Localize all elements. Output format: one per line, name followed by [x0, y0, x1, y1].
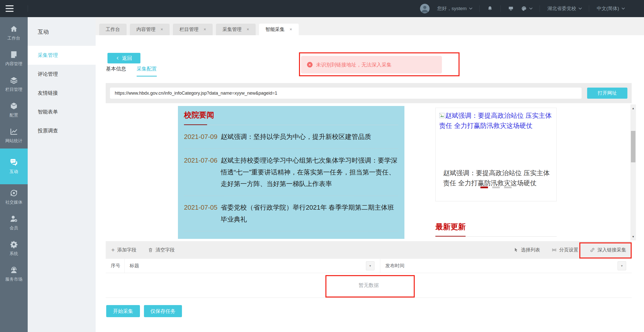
sidebar-item-workbench[interactable]: 工作台: [0, 20, 28, 46]
submenu-item-polls[interactable]: 投票调查: [28, 121, 96, 140]
chevron-down-icon: [469, 6, 472, 10]
carousel-card: 赵斌强调：要提高政治站位 压实主体责任 全力打赢防汛救灾这场硬仗 赵斌强调：要提…: [435, 108, 557, 201]
tab-label: 栏目管理: [179, 26, 199, 33]
error-message: 未识别到链接地址，无法深入采集: [316, 61, 392, 68]
sidebar-item-social-media[interactable]: 社交媒体: [0, 184, 28, 210]
column-label: 标题: [130, 263, 139, 269]
menu-icon[interactable]: [6, 5, 14, 12]
preview-scrollbar[interactable]: ▲ ▼: [630, 104, 636, 240]
submenu-item-smart-forms[interactable]: 智能表单: [28, 102, 96, 121]
site-name: 湖北省委党校: [547, 5, 576, 12]
sidebar-item-interaction[interactable]: 互动: [0, 149, 28, 184]
tab-collection-management[interactable]: 采集管理 ×: [216, 24, 256, 35]
deep-link-collect-label: 深入链接采集: [597, 247, 626, 253]
sidebar-item-content[interactable]: 内容管理: [0, 46, 28, 71]
language-switcher[interactable]: 中文(简体): [597, 5, 624, 12]
table-bottom-border: [106, 298, 632, 298]
submenu-item-collection[interactable]: 采集管理: [28, 46, 96, 65]
tab-label: 采集管理: [222, 26, 242, 33]
cube-icon: [10, 102, 18, 110]
topbar-divider: [479, 5, 480, 12]
pagination-icon: [552, 247, 557, 252]
back-button[interactable]: 返回: [107, 53, 140, 63]
news-title: 赵斌强调：坚持以学员为中心，提升新校区建管品质: [221, 131, 398, 143]
bell-icon[interactable]: [487, 6, 493, 11]
add-field-button[interactable]: + 添加字段: [111, 247, 136, 253]
carousel-dot[interactable]: [480, 187, 488, 188]
sidebar: 工作台 内容管理 栏目管理 配置 网站统计 互动 社交媒体 会员: [0, 17, 28, 332]
tab-smart-collection[interactable]: 智能采集 ×: [259, 24, 299, 35]
webpage-preview: 校院要闻 2021-07-09 赵斌强调：坚持以学员为中心，提升新校区建管品质 …: [106, 104, 636, 240]
scroll-up-icon[interactable]: ▲: [630, 105, 636, 112]
open-url-button[interactable]: 打开网址: [587, 88, 627, 99]
close-icon[interactable]: ×: [247, 27, 249, 32]
news-list-item[interactable]: 2021-07-06 赵斌主持校委理论学习中心组第七次集体学习时强调：要学深悟透…: [184, 149, 398, 196]
sidebar-item-system[interactable]: 系统: [0, 236, 28, 261]
tab-label: 智能采集: [266, 26, 285, 33]
carousel-headline-link[interactable]: 赵斌强调：要提高政治站位 压实主体责任 全力打赢防汛救灾这场硬仗: [439, 110, 553, 131]
sidebar-item-service-market[interactable]: 服务市场: [0, 261, 28, 287]
news-date: 2021-07-06: [184, 155, 221, 190]
language-label: 中文(简体): [597, 5, 619, 12]
chevron-down-icon: [529, 6, 533, 10]
start-collect-button[interactable]: 开始采集: [106, 305, 140, 317]
sidebar-item-members[interactable]: 会员: [0, 210, 28, 236]
selected-list-region[interactable]: 校院要闻 2021-07-09 赵斌强调：坚持以学员为中心，提升新校区建管品质 …: [178, 106, 404, 239]
clear-fields-button[interactable]: 清空字段: [148, 247, 175, 253]
subtab-bar: 基本信息 采集配置: [106, 65, 157, 77]
subtab-basic-info[interactable]: 基本信息: [106, 65, 126, 77]
monitor-icon[interactable]: [508, 6, 514, 11]
carousel-dot[interactable]: [504, 187, 512, 188]
save-task-only-button[interactable]: 仅保存任务: [144, 305, 182, 317]
deep-link-collect-button[interactable]: 深入链接采集: [590, 247, 626, 253]
subtab-collect-config[interactable]: 采集配置: [137, 65, 157, 77]
chevron-left-icon: [116, 56, 120, 60]
topbar: 您好，system 湖北省委党校 中文(简体): [0, 0, 644, 17]
sidebar-item-label: 互动: [10, 169, 18, 174]
tab-column-management[interactable]: 栏目管理 ×: [173, 24, 213, 35]
empty-state-text: 暂无数据: [359, 282, 379, 289]
sidebar-item-columns[interactable]: 栏目管理: [0, 71, 28, 97]
sidebar-item-config[interactable]: 配置: [0, 97, 28, 123]
column-dropdown-button[interactable]: ▼: [618, 261, 626, 270]
palette-icon: [521, 6, 527, 11]
back-label: 返回: [122, 55, 132, 62]
news-title: 赵斌主持校委理论学习中心组第七次集体学习时强调：要学深悟透“七一”重要讲话精神，…: [221, 155, 398, 190]
sidebar-item-label: 内容管理: [5, 61, 22, 67]
column-dropdown-button[interactable]: ▼: [366, 261, 374, 270]
column-label: 序号: [111, 263, 120, 269]
url-input[interactable]: [110, 88, 582, 99]
submenu-item-comments[interactable]: 评论管理: [28, 65, 96, 84]
avatar[interactable]: [420, 4, 430, 13]
tab-content-management[interactable]: 内容管理 ×: [130, 24, 170, 35]
theme-menu[interactable]: [521, 6, 532, 11]
site-switcher[interactable]: 湖北省委党校: [547, 5, 581, 12]
pagination-setting-button[interactable]: 分页设置: [552, 247, 578, 253]
latest-updates-underline: [435, 236, 557, 237]
sidebar-item-statistics[interactable]: 网站统计: [0, 123, 28, 149]
tab-workbench[interactable]: 工作台: [99, 24, 127, 35]
trash-icon: [148, 247, 153, 252]
close-icon[interactable]: ×: [290, 27, 292, 32]
scroll-down-icon[interactable]: ▼: [630, 233, 636, 240]
sidebar-item-label: 社交媒体: [5, 199, 22, 205]
close-icon[interactable]: ×: [161, 27, 163, 32]
select-list-label: 选择列表: [521, 247, 540, 253]
field-toolbar: + 添加字段 清空字段 选择列表 分页设置 深入链: [106, 241, 632, 259]
carousel-dot[interactable]: [492, 187, 500, 188]
news-list-item[interactable]: 2021-07-05 省委党校（省行政学院）举行2021年 春季学期第二期主体班…: [184, 196, 398, 231]
chevron-down-icon: [579, 6, 582, 10]
column-label: 发布时间: [385, 263, 404, 269]
user-menu[interactable]: 您好，system: [437, 5, 472, 12]
submenu-item-friend-links[interactable]: 友情链接: [28, 84, 96, 102]
orbit-icon: [10, 189, 18, 197]
error-icon: ✕: [307, 62, 313, 67]
news-list-item[interactable]: 2021-07-09 赵斌强调：坚持以学员为中心，提升新校区建管品质: [184, 125, 398, 149]
news-title: 省委党校（省行政学院）举行2021年 春季学期第二期主体班毕业典礼: [221, 202, 398, 225]
select-list-button[interactable]: 选择列表: [513, 247, 540, 253]
tab-bar: 工作台 内容管理 × 栏目管理 × 采集管理 × 智能采集 ×: [96, 17, 644, 35]
close-icon[interactable]: ×: [204, 27, 206, 32]
layers-icon: [10, 76, 18, 84]
scrollbar-thumb[interactable]: [631, 131, 635, 162]
chevron-down-icon: [622, 6, 625, 10]
